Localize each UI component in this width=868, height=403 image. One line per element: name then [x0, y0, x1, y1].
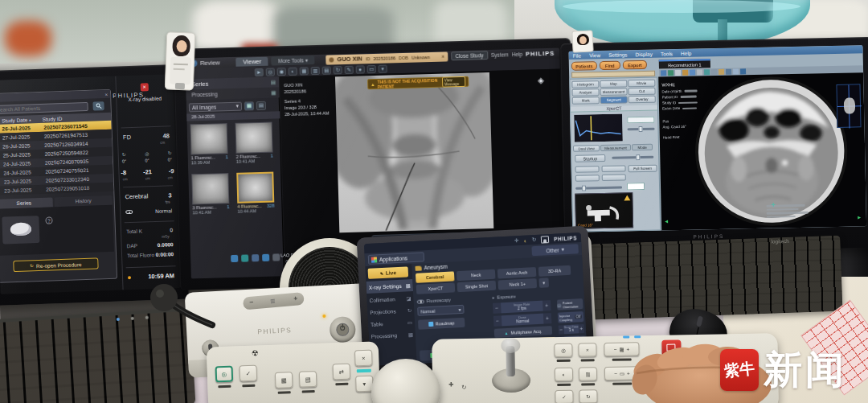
menu-file[interactable]: File	[573, 52, 582, 58]
segment-button[interactable]: Segment	[600, 96, 628, 104]
toolbar-icon[interactable]	[668, 70, 674, 76]
slice-slider[interactable]	[575, 187, 622, 190]
col-study-date[interactable]: Study Date	[2, 117, 27, 123]
panel-button[interactable]	[575, 166, 600, 173]
image-rate-stepper[interactable]: − Image Rate2 fps +	[493, 300, 551, 314]
tab-dual-view[interactable]: Dual View	[573, 145, 600, 152]
all-images-dropdown[interactable]: All Images▾	[189, 101, 242, 112]
joystick-knob[interactable]	[501, 338, 520, 353]
power-button[interactable]	[329, 316, 356, 343]
layout2-tool-icon[interactable]: ▥	[311, 66, 320, 74]
toolbar-icon[interactable]	[682, 70, 688, 76]
movie-button[interactable]: Movie	[628, 80, 655, 88]
panel-button[interactable]	[601, 165, 625, 172]
panel-button-contrast[interactable]: ◐	[555, 368, 573, 381]
help-icon[interactable]: ?	[45, 216, 52, 224]
tab-viewer[interactable]: Viewer	[235, 57, 268, 67]
sidebar-item-processing[interactable]: Processing ▦	[369, 329, 416, 342]
list-view-button[interactable]: ▤	[256, 101, 266, 109]
more-tool-icon[interactable]: ▾	[379, 64, 387, 72]
mouse-wheel[interactable]	[696, 315, 703, 327]
cut-button[interactable]: Cut	[628, 88, 655, 96]
more-tools-dropdown[interactable]: More Tools▾	[272, 56, 315, 65]
view-message-button[interactable]: View Message	[442, 76, 466, 88]
minus-button[interactable]: −	[493, 302, 502, 314]
panel-button-layout[interactable]: ▥	[579, 367, 597, 380]
panel-button[interactable]	[602, 174, 626, 181]
volume-up-icon[interactable]: +	[293, 294, 298, 302]
snapshot-tool-icon[interactable]: ●	[356, 65, 365, 73]
system-menu[interactable]: System	[491, 51, 509, 58]
module-button-check[interactable]: ✓	[240, 365, 258, 382]
thumbnail-3[interactable]: 3 Fluorosc...1 10:41 AM	[191, 173, 235, 220]
thumbnail-2[interactable]: 2 Fluorosc...1 10:41 AM	[235, 121, 279, 169]
map-button[interactable]: Map	[600, 80, 627, 88]
patient-frame-icon[interactable]	[541, 236, 549, 244]
measure-tool-icon[interactable]: ▭	[367, 64, 376, 72]
protocol-aortic-arch[interactable]: Aortic Arch	[497, 267, 537, 278]
help-menu[interactable]: Help	[512, 51, 523, 57]
move-icon[interactable]: ✛	[514, 237, 519, 244]
volume-down-icon[interactable]: −	[249, 298, 254, 306]
pointer-tool-icon[interactable]: ►	[255, 68, 264, 76]
protocol-3dra[interactable]: 3D-RA	[538, 265, 571, 277]
close-study-button[interactable]: Close Study	[451, 51, 488, 60]
pan-tool-icon[interactable]: ◎	[266, 68, 275, 76]
measurement-button[interactable]: Measurement	[600, 88, 627, 96]
mark-button[interactable]: Mark	[572, 97, 600, 105]
fluoroscopy-image[interactable]	[335, 72, 493, 232]
window-level-dropdown[interactable]	[627, 117, 654, 124]
level-slider[interactable]	[628, 128, 655, 131]
patient-orientation-button[interactable]: ▤ Patient Orientation	[557, 298, 583, 310]
stack-tool-icon[interactable]: ▤	[322, 66, 331, 74]
panel-button-target[interactable]: ◎	[554, 343, 572, 357]
module-button-swap[interactable]: ⇄	[333, 364, 351, 380]
plus-button[interactable]: +	[543, 313, 552, 324]
taskbar-icon[interactable]	[272, 253, 280, 261]
panel-button[interactable]	[575, 175, 600, 182]
volume-rocker[interactable]: − ▥ +	[243, 292, 305, 310]
gantry-icon[interactable]: ↻	[532, 236, 537, 243]
reconstruction-tab[interactable]: Reconstruction 1	[659, 59, 710, 68]
module-button-close[interactable]: ×	[354, 350, 373, 367]
histogram-button[interactable]: Histogram	[571, 80, 599, 88]
tab-mode[interactable]: Mode	[632, 144, 653, 151]
dose-icon[interactable]: ◐	[524, 237, 527, 243]
layout-tool-icon[interactable]: ▦	[300, 67, 309, 75]
taskbar-icon[interactable]	[241, 254, 248, 261]
keyboard-right[interactable]: logitech	[589, 236, 842, 320]
protocol-neck[interactable]: Neck	[457, 269, 496, 281]
applications-button[interactable]: Applications	[368, 252, 425, 265]
menu-view[interactable]: View	[589, 52, 600, 58]
module-button-list[interactable]: ▤	[299, 371, 317, 388]
minus-button[interactable]: −	[493, 315, 502, 327]
taskbar-icon[interactable]	[231, 255, 238, 262]
sidebar-item-live[interactable]: ✎ Live	[368, 266, 409, 279]
search-icon[interactable]	[92, 101, 104, 110]
close-icon[interactable]: ×	[104, 91, 108, 97]
orientation-compass-icon[interactable]: ◈	[538, 76, 544, 84]
zoom-tool-icon[interactable]: ◉	[277, 68, 286, 76]
full-screen-button[interactable]: Full Screen	[628, 165, 657, 173]
protocol-cerebral[interactable]: Cerebral	[416, 271, 455, 282]
fluoro-mode-dropdown[interactable]: Normal▾	[417, 305, 464, 316]
injector-coupling-button[interactable]: Injector Coupling Off	[558, 311, 584, 323]
toolbar-icon[interactable]	[661, 70, 666, 76]
startup-button[interactable]: Startup	[575, 154, 605, 162]
search-input[interactable]	[0, 102, 88, 114]
sidebar-item-table[interactable]: Table ▭	[368, 317, 416, 330]
module-button-target[interactable]: ◎	[215, 366, 234, 383]
protocol-xperct[interactable]: XperCT	[416, 282, 456, 294]
sidebar-item-collimation[interactable]: Collimation ◪	[366, 293, 414, 306]
menu-display[interactable]: Display	[635, 51, 652, 56]
panel-button-close[interactable]: ×	[578, 343, 596, 356]
tab-measurement[interactable]: Measurement	[600, 144, 631, 151]
review-button[interactable]: Review	[200, 59, 220, 67]
roadmap-button[interactable]: Roadmap	[418, 318, 465, 330]
analyze-button[interactable]: Analyze	[571, 88, 599, 97]
panel-button-rotate[interactable]: ↻	[579, 389, 597, 403]
grid-view-button[interactable]: ▦	[244, 101, 254, 110]
sidebar-item-projections[interactable]: Projections ↻	[367, 305, 415, 318]
exam-thumbnail-card[interactable]	[2, 216, 39, 245]
other-dropdown[interactable]: Other▾	[531, 244, 579, 256]
